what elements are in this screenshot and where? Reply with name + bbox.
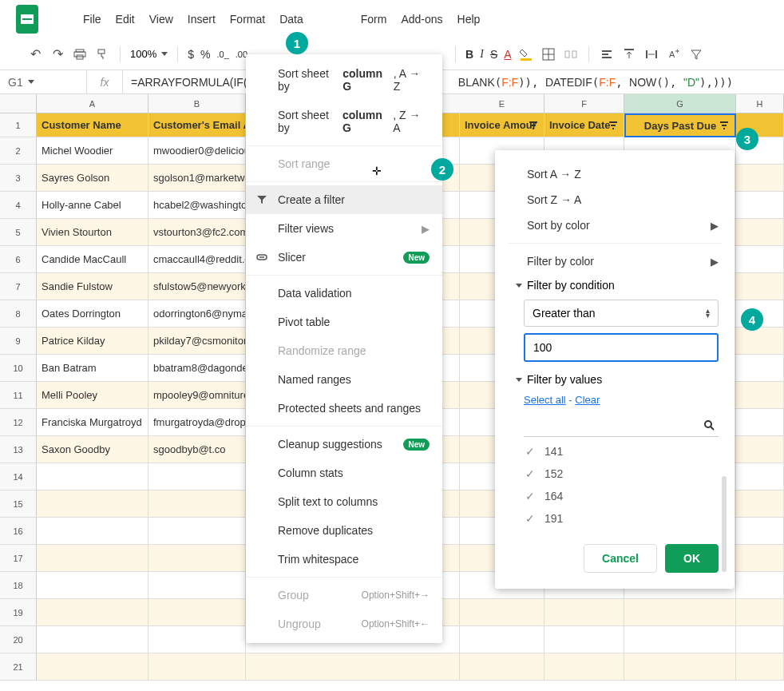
filter-value-item[interactable]: ✓164: [524, 485, 719, 507]
col-header-g[interactable]: G: [624, 94, 736, 113]
menu-form[interactable]: Form: [361, 13, 387, 26]
fillcolor-icon[interactable]: [518, 46, 534, 62]
menu-trim-whitespace[interactable]: Trim whitespace: [246, 545, 442, 574]
col-header-a[interactable]: A: [37, 94, 148, 113]
menu-column-stats[interactable]: Column stats: [246, 459, 442, 487]
filter-icon[interactable]: [608, 120, 619, 131]
menu-view[interactable]: View: [149, 13, 173, 26]
bold-button[interactable]: B: [465, 48, 473, 61]
row-header[interactable]: 4: [0, 192, 37, 219]
clear-link[interactable]: Clear: [575, 394, 600, 406]
filter-value-item[interactable]: ✓152: [524, 463, 719, 485]
cell[interactable]: Holly-anne Cabel: [37, 192, 148, 219]
valign-icon[interactable]: [621, 46, 637, 62]
condition-select[interactable]: Greater than▴▾: [524, 300, 719, 327]
textcolor-button[interactable]: A: [504, 48, 511, 61]
cell[interactable]: sgolson1@marketwa: [148, 165, 246, 192]
row-header[interactable]: 1: [0, 113, 37, 137]
redo-icon[interactable]: ↷: [49, 46, 65, 62]
print-icon[interactable]: [72, 46, 88, 62]
menu-split-text[interactable]: Split text to columns: [246, 487, 442, 516]
row-header[interactable]: 5: [0, 219, 37, 246]
cell[interactable]: Vivien Stourton: [37, 219, 148, 246]
cell[interactable]: Patrice Kilday: [37, 328, 148, 355]
undo-icon[interactable]: ↶: [27, 46, 43, 62]
halign-icon[interactable]: [599, 46, 615, 62]
menu-filter-views[interactable]: Filter views▸: [246, 214, 442, 243]
filter-by-condition-section[interactable]: Filter by condition: [495, 274, 735, 296]
cell[interactable]: Michel Woodier: [37, 137, 148, 165]
row-header[interactable]: 8: [0, 300, 37, 328]
menu-file[interactable]: File: [83, 13, 101, 26]
row-header[interactable]: 11: [0, 382, 37, 409]
dec-button[interactable]: .0_: [217, 50, 229, 59]
menu-sort-az[interactable]: Sort sheet by column G, A → Z: [246, 59, 442, 101]
table-row[interactable]: 21: [0, 653, 784, 681]
filter-by-values-section[interactable]: Filter by values: [495, 368, 735, 391]
menu-protected[interactable]: Protected sheets and ranges: [246, 394, 442, 423]
row-header[interactable]: 16: [0, 518, 37, 545]
cell[interactable]: bbatram8@dagondes: [148, 355, 246, 382]
col-header-e[interactable]: E: [460, 94, 544, 113]
cell[interactable]: Candide MacCaull: [37, 246, 148, 273]
ok-button[interactable]: OK: [665, 544, 719, 573]
scrollbar[interactable]: [722, 476, 727, 572]
menu-format[interactable]: Format: [230, 13, 265, 26]
row-header[interactable]: 19: [0, 599, 37, 626]
select-all-link[interactable]: Select all: [524, 394, 566, 406]
row-header[interactable]: 13: [0, 436, 37, 463]
menu-slicer[interactable]: SlicerNew: [246, 243, 442, 272]
rotate-icon[interactable]: A: [666, 46, 682, 62]
percent-button[interactable]: %: [200, 48, 210, 61]
filter-sort-za[interactable]: Sort Z → A: [495, 187, 735, 212]
cell[interactable]: mwoodier0@deliciou: [148, 137, 246, 165]
col-header-h[interactable]: H: [736, 94, 784, 113]
row-header[interactable]: 10: [0, 355, 37, 382]
cell[interactable]: Sayres Golson: [37, 165, 148, 192]
menu-help[interactable]: Help: [457, 13, 481, 26]
row-header[interactable]: 18: [0, 572, 37, 599]
filter-sort-color[interactable]: Sort by color▸: [495, 212, 735, 238]
menu-remove-duplicates[interactable]: Remove duplicates: [246, 516, 442, 545]
cell[interactable]: Ban Batram: [37, 355, 148, 382]
cell[interactable]: Oates Dorrington: [37, 300, 148, 328]
cell[interactable]: mpooley9@omniture: [148, 382, 246, 409]
header-cell[interactable]: Customer's Email Address: [148, 113, 246, 137]
cell[interactable]: sgoodbyb@t.co: [148, 436, 246, 463]
row-header[interactable]: 12: [0, 409, 37, 436]
zoom-selector[interactable]: 100%: [130, 48, 168, 60]
cell[interactable]: vstourton3@fc2.com: [148, 219, 246, 246]
cell[interactable]: pkilday7@csmonitor.: [148, 328, 246, 355]
menu-addons[interactable]: Add-ons: [401, 13, 442, 26]
filter-sort-az[interactable]: Sort A → Z: [495, 161, 735, 187]
cell[interactable]: Sandie Fulstow: [37, 273, 148, 300]
menu-insert[interactable]: Insert: [188, 13, 216, 26]
row-header[interactable]: 17: [0, 545, 37, 572]
cell[interactable]: Franciska Murgatroyd: [37, 409, 148, 436]
col-header-b[interactable]: B: [148, 94, 246, 113]
col-header-f[interactable]: F: [544, 94, 624, 113]
cell[interactable]: cmaccaull4@reddit.c: [148, 246, 246, 273]
filter-value-item[interactable]: ✓141: [524, 440, 719, 463]
borders-icon[interactable]: [540, 46, 556, 62]
row-header[interactable]: 6: [0, 246, 37, 273]
wrap-icon[interactable]: [643, 46, 659, 62]
row-header[interactable]: 21: [0, 653, 37, 681]
filter-icon[interactable]: [719, 120, 730, 131]
cell[interactable]: odorrington6@nymag: [148, 300, 246, 328]
name-box[interactable]: G1: [0, 76, 86, 89]
header-cell-selected[interactable]: Days Past Due: [624, 113, 736, 137]
menu-named-ranges[interactable]: Named ranges: [246, 365, 442, 394]
cancel-button[interactable]: Cancel: [584, 544, 657, 573]
header-cell[interactable]: Customer Name: [37, 113, 148, 137]
menu-data[interactable]: Data: [279, 13, 303, 26]
row-header[interactable]: 14: [0, 463, 37, 490]
menu-cleanup[interactable]: Cleanup suggestionsNew: [246, 430, 442, 459]
row-header[interactable]: 9: [0, 328, 37, 355]
cell[interactable]: Saxon Goodby: [37, 436, 148, 463]
menu-edit[interactable]: Edit: [116, 13, 135, 26]
menu-create-filter[interactable]: Create a filter: [246, 185, 442, 214]
currency-button[interactable]: $: [188, 48, 194, 61]
cell[interactable]: hcabel2@washington: [148, 192, 246, 219]
italic-button[interactable]: I: [480, 48, 484, 61]
